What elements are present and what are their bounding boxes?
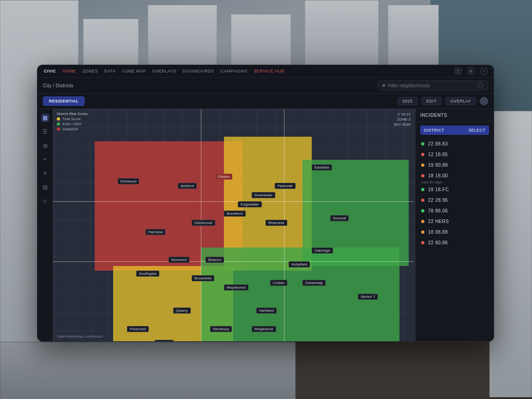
menu-dashboards[interactable]: Dashboards bbox=[183, 69, 214, 73]
stat-row[interactable]: 22 28.96 bbox=[416, 195, 494, 206]
stat-value: 18 08.88 bbox=[428, 230, 448, 235]
help-icon[interactable]: ? bbox=[481, 68, 487, 74]
edit-button[interactable]: EDIT bbox=[421, 97, 441, 105]
map-label[interactable]: Greenway bbox=[302, 280, 326, 286]
stat-row[interactable]: 18 18.FC bbox=[416, 184, 494, 195]
status-dot bbox=[421, 163, 424, 167]
overlay-button[interactable]: OVERLAY bbox=[445, 97, 476, 105]
stat-row[interactable]: 18 08.88 bbox=[416, 227, 494, 237]
map-label[interactable]: Edgewater bbox=[238, 201, 262, 207]
map-label[interactable]: Beacon bbox=[206, 257, 224, 263]
stat-row[interactable]: 22 HERS bbox=[416, 216, 494, 227]
rail-grid-icon[interactable]: ▦ bbox=[41, 114, 49, 122]
search-input[interactable] bbox=[388, 83, 475, 88]
status-dot bbox=[421, 188, 424, 191]
status-dot bbox=[421, 220, 424, 223]
status-dot bbox=[421, 199, 424, 202]
rail-layers-icon[interactable]: ☰ bbox=[41, 127, 49, 136]
map-label[interactable]: Ridgemont bbox=[252, 326, 276, 332]
map-label[interactable]: Summit bbox=[330, 215, 349, 221]
menu-cubemap[interactable]: Cube Map bbox=[122, 69, 146, 73]
map-coordinates: C 24 22 ZONE 3 SEC 8020 bbox=[394, 112, 411, 127]
status-dot bbox=[421, 174, 424, 177]
map-label[interactable]: Maplecrest bbox=[224, 284, 248, 290]
map-label[interactable]: Riverside bbox=[266, 220, 287, 226]
map-label[interactable]: Glenbrook bbox=[192, 220, 215, 226]
rail-pin-icon[interactable]: ⌖ bbox=[41, 155, 49, 163]
map-legend: District Risk Zones Total Score 8100 / 8… bbox=[57, 112, 88, 131]
stat-row[interactable]: 12 18.85 bbox=[416, 149, 494, 160]
status-dot bbox=[421, 153, 424, 156]
map-label[interactable]: Downtown bbox=[252, 192, 275, 198]
map-label[interactable]: Oakridge bbox=[312, 248, 333, 254]
map-label[interactable]: Southgate bbox=[136, 271, 159, 277]
legend-title: District Risk Zones bbox=[57, 112, 88, 116]
rail-database-icon[interactable]: ◍ bbox=[41, 141, 49, 150]
stat-row[interactable]: 78 86.06 bbox=[416, 206, 494, 216]
map-label[interactable]: Eastlake bbox=[312, 164, 332, 170]
search-icon bbox=[478, 83, 483, 88]
map-label[interactable]: Elmwood bbox=[118, 178, 139, 184]
stat-value: 78 86.06 bbox=[428, 208, 448, 213]
stat-row[interactable]: 18 18.00 bbox=[416, 170, 494, 181]
actionbar: RESIDENTIAL 2023 EDIT OVERLAY bbox=[37, 94, 494, 109]
status-dot bbox=[421, 209, 424, 212]
settings-icon[interactable]: ⚙ bbox=[468, 68, 474, 74]
stat-value: 22 HERS bbox=[428, 219, 449, 224]
map-canvas[interactable]: ElmwoodAshfordFairviewGlenbrookClintonBr… bbox=[53, 109, 415, 341]
search-status-dot bbox=[382, 84, 385, 87]
rail-users-icon[interactable]: ☺ bbox=[41, 197, 49, 205]
map-label[interactable]: Hartland bbox=[256, 308, 277, 314]
rail-table-icon[interactable]: ▤ bbox=[41, 183, 49, 191]
map-label[interactable]: Quarry bbox=[173, 308, 191, 314]
menu-home[interactable]: Home bbox=[63, 69, 76, 73]
notifications-icon[interactable]: ☰ bbox=[455, 68, 461, 74]
stat-value: 22 80.86 bbox=[428, 240, 448, 245]
menu-zones[interactable]: Zones bbox=[83, 69, 98, 73]
menu-overlays[interactable]: Overlays bbox=[152, 69, 176, 73]
stat-value: 18 18.00 bbox=[428, 173, 448, 178]
breadcrumb: City / Districts bbox=[43, 83, 73, 88]
map-label[interactable]: Westbury bbox=[210, 326, 232, 332]
menu-data[interactable]: Data bbox=[104, 69, 116, 73]
district-selector[interactable]: DISTRICT SELECT bbox=[420, 126, 489, 135]
side-panel: INCIDENTS DISTRICT SELECT 22.88.8312 18.… bbox=[415, 109, 494, 341]
map-label[interactable]: Brookside bbox=[192, 275, 214, 281]
stat-value: 18 18.FC bbox=[428, 187, 449, 192]
panel-title: INCIDENTS bbox=[416, 109, 494, 122]
map-label[interactable]: Clinton bbox=[215, 174, 232, 180]
stat-value: 22.88.83 bbox=[428, 141, 448, 146]
primary-filter-chip[interactable]: RESIDENTIAL bbox=[43, 97, 85, 106]
status-dot bbox=[421, 230, 424, 234]
stat-row[interactable]: 19 80.88 bbox=[416, 160, 494, 170]
menubar: CIVIC Home Zones Data Cube Map Overlays … bbox=[37, 65, 494, 78]
map-label[interactable]: Fairview bbox=[145, 229, 165, 235]
stat-row[interactable]: 22 80.86 bbox=[416, 237, 494, 248]
tool-rail: ▦ ☰ ◍ ⌖ ≡ ▤ ☺ bbox=[37, 109, 53, 341]
map-label[interactable]: Hollyfield bbox=[289, 261, 310, 267]
stat-note: Last 30 days bbox=[416, 180, 494, 184]
map-label[interactable]: Stanton bbox=[155, 340, 174, 341]
menu-servicehub[interactable]: Service Hub bbox=[254, 69, 284, 73]
status-dot bbox=[421, 142, 424, 145]
map-label[interactable]: Parkside bbox=[275, 183, 296, 189]
map-label[interactable]: Ashford bbox=[178, 183, 197, 189]
map-label[interactable]: Brentford bbox=[224, 211, 246, 217]
app-name: CIVIC bbox=[44, 69, 56, 73]
map-label[interactable]: Linden bbox=[270, 280, 287, 286]
user-avatar[interactable] bbox=[480, 97, 488, 105]
map-label[interactable]: Pinecrest bbox=[127, 326, 149, 332]
stat-value: 19 80.88 bbox=[428, 163, 448, 168]
search-box[interactable] bbox=[377, 80, 488, 91]
menu-campaigns[interactable]: Campaigns bbox=[221, 69, 248, 73]
rail-chart-icon[interactable]: ≡ bbox=[41, 169, 49, 177]
app-window: CIVIC Home Zones Data Cube Map Overlays … bbox=[37, 65, 494, 342]
map-label[interactable]: Sector 7 bbox=[358, 294, 378, 300]
status-dot bbox=[421, 241, 424, 244]
year-button[interactable]: 2023 bbox=[398, 97, 418, 105]
stat-value: 12 18.85 bbox=[428, 152, 448, 157]
map-label[interactable]: Norwood bbox=[169, 257, 189, 263]
toolbar: City / Districts bbox=[37, 78, 494, 94]
map-attribution: OpenStreetMap contributors bbox=[57, 334, 103, 339]
stat-row[interactable]: 22.88.83 bbox=[416, 139, 494, 149]
